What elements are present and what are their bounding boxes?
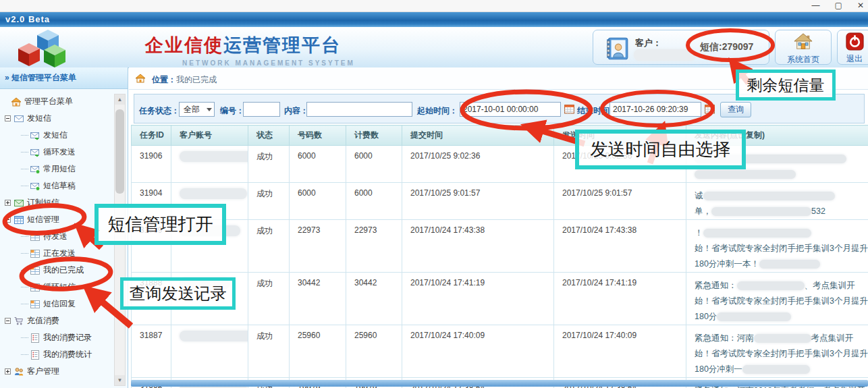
sidebar-item-recharge-consume[interactable]: 充值消费 [0,312,112,329]
sidebar-item-send-sms[interactable]: 发短信 [0,127,112,144]
cell-send-content[interactable] [686,146,868,183]
content-text: 始！省考试院专家全封闭手把手集训3个月提升 [695,349,868,358]
content-text: 始！省考试院专家全封闭手把手集训3个月提升 [695,296,868,306]
sidebar-item-customer-management[interactable]: 客户管理 [0,363,112,380]
content-line: 紧急通知：河南考点集训开 [695,331,868,346]
sidebar: » 短信管理平台菜单 管理平台菜单发短信发短信循环发送常用短信短信草稿订制短信短… [0,67,128,388]
version-bar: v2.0 Beta [0,12,868,27]
brand-title-blue: 运营管理平台 [223,35,341,55]
content-line: 诚 [695,188,868,204]
breadcrumb: 位置：我的已完成 [129,67,868,90]
tree-connector [21,304,28,305]
sidebar-item-sending[interactable]: 正在发送 [0,245,112,262]
expand-toggle-icon[interactable] [5,318,11,324]
sidebar-item-my-completed[interactable]: 我的已完成 [0,262,112,279]
app-window: — ▢ ✕ v2.0 Beta 企业信使运营管理平台 NETWORK MANAG… [0,0,868,388]
start-calendar-icon[interactable] [564,103,575,115]
sms-balance: 短信:279097 [700,41,753,53]
table-row: 31906成功600060002017/10/25 9:02:362017/10… [132,146,868,183]
content-line [695,151,868,167]
table-header-row: 任务ID客户账号状态号码数计费数提交时间发送时间发送内容(点击复制) [132,126,868,146]
sidebar-item-custom-sms[interactable]: 订制短信 [0,194,112,211]
maximize-icon[interactable]: ▢ [835,0,842,11]
cell-submit-time: 2017/10/24 17:40:09 [402,325,554,378]
people-icon [13,366,24,377]
sidebar-item-loop-send[interactable]: 循环发送 [0,144,112,161]
scroll-down-icon[interactable]: ▼ [115,375,125,385]
tree-connector [21,354,28,356]
horizontal-scrollbar[interactable] [131,380,868,387]
cell-number-count: 22973 [290,220,346,273]
content-text: 180分冲刺一本！ [695,259,759,269]
exit-button[interactable]: 退出 [837,30,868,65]
sidebar-item-platform-menu-root[interactable]: 管理平台菜单 [0,93,112,110]
sidebar-item-my-consume-records[interactable]: 我的消费记录 [0,329,112,346]
expand-toggle-icon[interactable] [5,115,11,121]
sidebar-item-sms-management[interactable]: 短信管理 [0,211,112,228]
content-text: 紧急通知： [695,281,737,290]
mail-green-icon [30,181,40,192]
content-text: 单， [695,206,711,216]
minimize-icon[interactable]: — [812,0,820,11]
list-icon [30,350,40,360]
sidebar-item-loop-sms[interactable]: 循环短信 [0,279,112,296]
system-home-button[interactable]: 系统首页 [775,30,832,65]
status-select[interactable]: 全部 [179,102,215,117]
sidebar-item-sms-reply[interactable]: 短信回复 [0,296,112,312]
cell-send-content[interactable]: 紧急通知：河南考点集训开始！省考试院专家全封闭手把手集训3个月提升180分冲刺一 [686,325,868,378]
redacted-blur [695,170,796,179]
id-filter-label: 编号： [220,105,244,117]
cell-status: 成功 [248,220,290,273]
sidebar-item-common-sms[interactable]: 常用短信 [0,161,112,177]
account-redacted [180,331,248,341]
expand-toggle-icon[interactable] [5,200,11,206]
cell-billing-count: 30442 [346,273,402,325]
sidebar-item-my-consume-stats[interactable]: 我的消费统计 [0,346,112,363]
cell-billing-count: 6000 [346,146,402,183]
mail-send-icon [30,147,40,158]
expand-toggle-icon[interactable] [5,368,11,375]
content-line: 180分冲刺一 [695,362,868,377]
scroll-up-icon[interactable]: ▲ [115,94,125,105]
cell-send-content[interactable]: ！始！省考试院专家全封闭手把手集训3个月提升180分冲刺一本！ [686,220,868,273]
sidebar-item-label: 短信草稿 [43,180,76,192]
cell-number-count: 6000 [290,183,346,220]
column-header: 提交时间 [402,126,554,146]
brand-subtitle: NETWORK MANAGEMENT SYSYTEM [182,59,355,67]
column-header: 客户账号 [171,126,248,146]
sidebar-scrollbar[interactable]: ▲ ▼ [114,94,126,386]
cell-submit-time: 2017/10/24 17:41:19 [402,273,554,325]
content-input[interactable] [306,102,412,117]
cell-send-content[interactable]: 诚单，532 [686,183,868,220]
cell-submit-time: 2017/10/24 17:43:38 [402,220,554,273]
redacted-blur [703,229,811,238]
cell-send-content[interactable]: 紧急通知：、考点集训开始！省考试院专家全封闭手把手集训3个月提升180分 [686,273,868,325]
sidebar-item-sms-draft[interactable]: 短信草稿 [0,177,112,194]
id-input[interactable] [243,102,280,117]
main-content: 位置：我的已完成 任务状态： 全部 编号： 内容： 起始时间： 结束时间 查询 [129,67,868,388]
cell-number-count: 6000 [290,146,346,183]
start-time-input[interactable] [460,102,561,117]
table-body: 31906成功600060002017/10/25 9:02:362017/10… [132,146,868,388]
account-redacted [180,278,230,289]
app-header: 企业信使运营管理平台 NETWORK MANAGEMENT SYSYTEM 客户… [0,27,868,68]
sidebar-item-pending-send[interactable]: 待发送 [0,228,112,245]
sidebar-item-label: 常用短信 [43,163,76,175]
expand-toggle-icon[interactable] [5,217,11,223]
query-button[interactable]: 查询 [720,102,751,117]
sidebar-header: » 短信管理平台菜单 [0,67,128,89]
account-redacted [180,225,240,236]
end-calendar-icon[interactable] [704,103,715,115]
cell-status: 成功 [248,325,290,378]
scrollbar-thumb[interactable] [115,109,124,194]
sidebar-item-label: 循环短信 [43,281,76,293]
redacted-blur [737,281,805,290]
app-logo-icon [9,26,74,69]
tree-connector [21,270,28,271]
close-icon[interactable]: ✕ [857,0,864,11]
redacted-blur [759,260,820,269]
tree-connector [21,287,28,288]
sidebar-item-send-sms-group[interactable]: 发短信 [0,110,112,127]
end-time-input[interactable] [609,102,701,117]
sidebar-item-label: 发短信 [43,130,67,141]
